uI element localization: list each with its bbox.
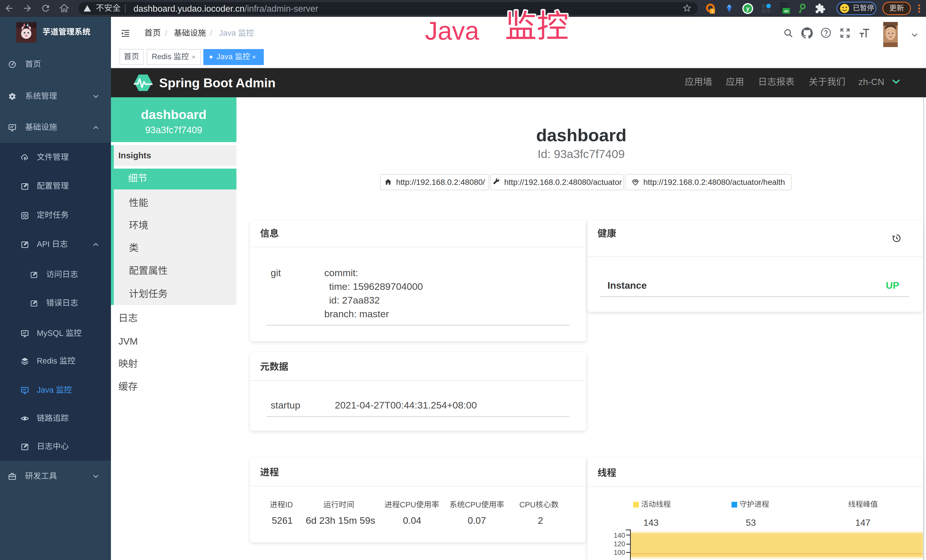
svg-text:on: on (784, 9, 788, 13)
svg-text:1: 1 (711, 9, 714, 14)
svg-text:y: y (746, 5, 749, 12)
